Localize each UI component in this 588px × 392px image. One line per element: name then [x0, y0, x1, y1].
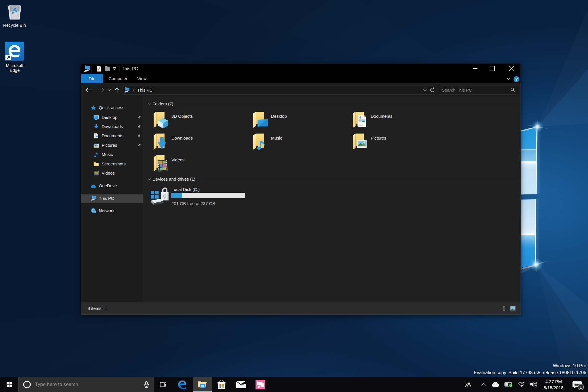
svg-text:A: A [359, 115, 361, 119]
svg-text:1: 1 [580, 385, 582, 389]
svg-text:?: ? [515, 77, 518, 82]
